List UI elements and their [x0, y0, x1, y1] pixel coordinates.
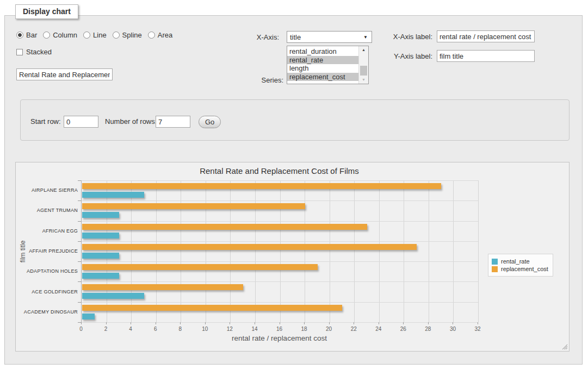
x-tick-label: 2 — [98, 326, 114, 332]
x-tick-label: 4 — [122, 326, 139, 332]
series-listbox[interactable]: rental_durationrental_ratelengthreplacem… — [287, 46, 369, 84]
x-tick-label: 22 — [345, 326, 362, 332]
number-of-rows-input[interactable] — [156, 116, 190, 128]
series-option-rental_rate[interactable]: rental_rate — [287, 56, 358, 65]
series-option-rental_duration[interactable]: rental_duration — [287, 47, 358, 56]
x-axis-select[interactable]: title ▼ — [287, 31, 372, 43]
legend-label: rental_rate — [501, 258, 530, 265]
gridline-vertical — [107, 180, 107, 322]
x-axis-label-input[interactable] — [437, 30, 535, 42]
y-tick-mark — [78, 221, 81, 222]
x-axis-title: rental rate / replacement cost — [81, 334, 478, 342]
category-label: ACE GOLDFINGER — [16, 289, 78, 295]
listbox-scrollbar[interactable]: ▲ ▼ — [358, 46, 368, 84]
x-tick-label: 20 — [321, 326, 337, 332]
series-option-replacement_cost[interactable]: replacement_cost — [287, 73, 358, 81]
series-option-length[interactable]: length — [287, 64, 358, 73]
bar-rental_rate[interactable] — [82, 192, 144, 198]
radio-column[interactable]: Column — [43, 31, 77, 39]
x-tick-mark — [403, 322, 404, 324]
radio-spline[interactable]: Spline — [113, 31, 142, 39]
gridline-vertical — [280, 180, 281, 322]
bar-rental_rate[interactable] — [82, 233, 119, 239]
radio-button-icon[interactable] — [43, 32, 50, 39]
x-tick-mark — [106, 322, 107, 324]
bar-replacement_cost[interactable] — [82, 224, 367, 230]
radio-bar[interactable]: Bar — [16, 31, 37, 39]
bar-replacement_cost[interactable] — [82, 264, 318, 270]
radio-label: Bar — [26, 31, 37, 39]
stacked-checkbox[interactable] — [16, 49, 23, 55]
gridline-vertical — [354, 180, 355, 322]
bar-rental_rate[interactable] — [82, 253, 119, 259]
gridline-vertical — [181, 180, 181, 322]
bar-rental_rate[interactable] — [82, 313, 95, 319]
radio-line[interactable]: Line — [83, 31, 107, 39]
x-tick-mark — [478, 322, 478, 324]
x-tick-mark — [428, 322, 429, 324]
legend-item-rental_rate[interactable]: rental_rate — [492, 258, 548, 265]
gridline-vertical — [255, 180, 256, 322]
bar-rental_rate[interactable] — [82, 273, 119, 279]
gridline-vertical — [230, 180, 231, 322]
bar-replacement_cost[interactable] — [82, 244, 417, 250]
chart-type-radio-group: BarColumnLineSplineArea — [16, 31, 178, 39]
start-row-input[interactable] — [64, 116, 98, 128]
x-tick-mark — [230, 322, 230, 324]
x-axis-selected-value: title — [287, 33, 363, 41]
x-axis-label-caption: X-Axis label: — [374, 33, 432, 41]
gridline-vertical — [453, 180, 454, 322]
radio-button-icon[interactable] — [16, 32, 23, 39]
stacked-checkbox-row[interactable]: Stacked — [16, 48, 52, 56]
y-tick-mark — [78, 180, 81, 181]
x-tick-label: 10 — [197, 326, 213, 332]
x-tick-label: 32 — [469, 326, 486, 332]
x-tick-mark — [255, 322, 255, 324]
category-label: ADAPTATION HOLES — [16, 268, 78, 274]
bar-replacement_cost[interactable] — [82, 284, 243, 290]
gridline-horizontal — [82, 302, 478, 303]
radio-button-icon[interactable] — [148, 32, 155, 39]
bar-replacement_cost[interactable] — [82, 183, 441, 189]
legend-label: replacement_cost — [501, 266, 548, 272]
x-tick-label: 14 — [246, 326, 263, 332]
resize-handle-icon[interactable] — [562, 344, 567, 349]
fieldset-legend: Display chart — [15, 4, 78, 19]
radio-area[interactable]: Area — [148, 31, 172, 39]
radio-button-icon[interactable] — [83, 32, 90, 39]
bar-replacement_cost[interactable] — [82, 305, 342, 311]
legend-swatch — [492, 266, 498, 272]
radio-label: Spline — [122, 31, 142, 39]
legend-swatch — [492, 259, 498, 265]
gridline-horizontal — [82, 180, 478, 181]
go-button[interactable]: Go — [199, 116, 221, 128]
x-tick-label: 6 — [147, 326, 164, 332]
category-label: ACADEMY DINOSAUR — [16, 309, 78, 315]
scroll-up-icon[interactable]: ▲ — [359, 46, 368, 54]
y-tick-mark — [78, 302, 81, 303]
scroll-down-icon[interactable]: ▼ — [359, 76, 368, 84]
bar-replacement_cost[interactable] — [82, 203, 305, 209]
gridline-vertical — [305, 180, 305, 322]
legend-item-replacement_cost[interactable]: replacement_cost — [492, 266, 548, 272]
gridline-vertical — [404, 180, 404, 322]
chart-title: Rental Rate and Replacement Cost of Film… — [81, 166, 478, 175]
x-tick-label: 30 — [444, 326, 461, 332]
scrollbar-thumb[interactable] — [360, 66, 367, 76]
app-window: Display chart BarColumnLineSplineArea St… — [0, 0, 588, 370]
bar-rental_rate[interactable] — [82, 212, 119, 218]
chart-legend: rental_ratereplacement_cost — [488, 254, 553, 277]
radio-button-icon[interactable] — [113, 32, 120, 39]
series-options: rental_durationrental_ratelengthreplacem… — [287, 46, 358, 84]
x-tick-mark — [156, 322, 156, 324]
x-tick-mark — [329, 322, 330, 324]
x-tick-mark — [280, 322, 280, 324]
gridline-vertical — [131, 180, 132, 322]
y-axis-label-input[interactable] — [437, 50, 535, 62]
chart-title-input[interactable] — [16, 68, 113, 80]
chevron-down-icon: ▼ — [363, 35, 372, 40]
bar-rental_rate[interactable] — [82, 293, 144, 299]
y-axis-label-caption: Y-Axis label: — [374, 52, 432, 61]
gridline-vertical — [206, 180, 206, 322]
x-tick-label: 24 — [370, 326, 387, 332]
